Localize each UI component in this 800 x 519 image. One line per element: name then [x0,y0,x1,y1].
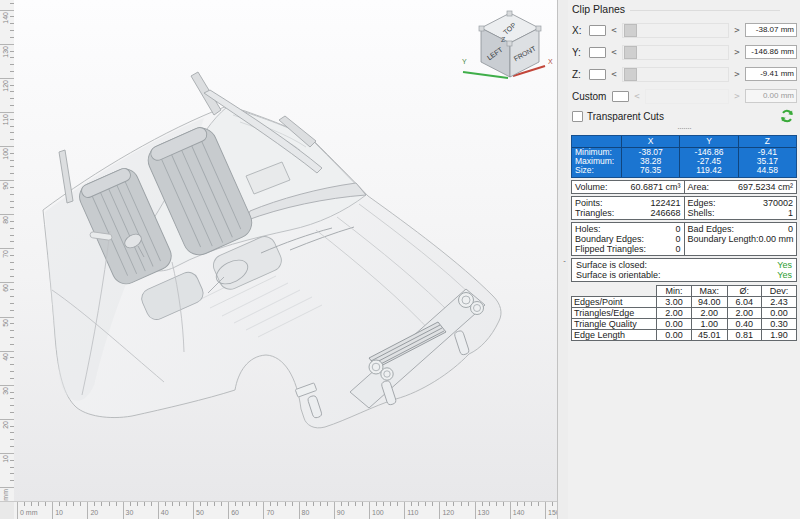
ruler-tick [362,502,363,506]
canvas-3d[interactable]: TOP LEFT FRONT Y X Z [14,0,557,501]
panel-splitter-horizontal[interactable]: ······· [568,125,800,135]
ruler-tick [94,502,95,506]
stat-line: Flipped Triangles:0 [575,244,681,254]
clip-axis-rows: X:<>-38.07 mmY:<>-146.86 mmZ:<>-9.41 mm [568,23,800,81]
splitter-handle-dots[interactable]: ······· [677,123,691,133]
clip-axis-decrement-button[interactable]: < [610,23,618,37]
ruler-label: 50 [2,319,9,327]
quality-value: 2.00 [691,308,727,319]
stat-value: 0 [675,234,680,244]
ruler-tick [38,502,39,506]
clip-axis-increment-button[interactable]: > [733,67,741,81]
ruler-tick [453,502,454,506]
ruler-tick [277,502,278,506]
ruler-tick [369,502,370,519]
stat-value: 0 [675,224,680,234]
custom-slider[interactable] [645,89,729,104]
quality-value: 1.00 [691,319,727,330]
stat-column: Volume:60.6871 cm³ [572,181,684,193]
clip-axis-value-field[interactable]: -9.41 mm [745,67,797,81]
quality-row-label: Triangle Quality [572,319,657,330]
ruler-tick [404,502,405,519]
slider-thumb[interactable] [624,68,637,81]
clip-row-x: X:<>-38.07 mm [572,23,797,37]
ruler-tick [285,502,286,506]
clip-axis-slider[interactable] [622,67,729,82]
bounds-value: 44.58 [738,166,796,177]
custom-decrement-button[interactable]: < [633,89,641,103]
ruler-tick [348,502,349,506]
ruler-tick [531,502,532,506]
ruler-label: 120 [442,509,454,516]
quality-column-header: Max: [691,286,727,297]
stat-label: Area: [688,182,710,192]
ruler-tick [172,502,173,506]
ruler-tick [270,502,271,506]
ruler-tick [552,502,553,506]
refresh-icon[interactable] [780,109,794,123]
clip-axis-increment-button[interactable]: > [733,23,741,37]
stat-line: Boundary Edges:0 [575,234,681,244]
custom-value-field[interactable]: 0.00 mm [745,89,797,103]
quality-value: 2.00 [657,308,692,319]
slider-thumb[interactable] [624,46,637,59]
ruler-tick [489,502,490,506]
clip-axis-checkbox[interactable] [589,69,606,80]
custom-checkbox[interactable] [612,91,629,102]
transparent-cuts-checkbox[interactable] [572,111,583,122]
clip-axis-slider[interactable] [622,23,729,38]
car-model: TOP LEFT FRONT Y X Z [14,0,557,501]
info-panel: Clip Planes X:<>-38.07 mmY:<>-146.86 mmZ… [568,0,800,519]
nav-cube[interactable]: TOP LEFT FRONT Y X Z [462,11,553,78]
slider-thumb[interactable] [624,24,637,37]
clip-axis-checkbox[interactable] [589,25,606,36]
ruler-tick [0,78,14,79]
clip-axis-checkbox[interactable] [589,47,606,58]
ruler-vertical: 0 mm102030405060708090100110120130140 [0,0,15,501]
ruler-tick [0,10,14,11]
quality-value: 0.81 [727,330,762,341]
ruler-tick [292,502,293,506]
stat-value: 370002 [763,198,793,208]
ruler-tick [214,502,215,506]
stat-line: Volume:60.6871 cm³ [575,182,681,192]
custom-increment-button[interactable]: > [733,89,741,103]
ruler-tick [376,502,377,506]
ruler-label: 10 [55,509,63,516]
stat-column: Holes:0Boundary Edges:0Flipped Triangles… [572,223,684,255]
quality-value: 2.43 [762,297,797,308]
ruler-tick [439,502,440,519]
ruler-tick [221,502,222,506]
ruler-tick [545,502,546,519]
clip-axis-value-field[interactable]: -146.86 mm [745,45,797,59]
stat-column: Bad Edges:0Boundary Length:0.00 mm [684,223,797,255]
surface-value: Yes [777,270,792,280]
stat-line: Edges:370002 [688,198,794,208]
quality-value: 94.00 [691,297,727,308]
clip-axis-increment-button[interactable]: > [733,45,741,59]
ruler-tick [390,502,391,506]
quality-row: Triangles/Edge2.002.002.000.00 [572,308,797,319]
stat-line: Holes:0 [575,224,681,234]
ruler-label: 40 [2,353,9,361]
ruler-tick [397,502,398,506]
ruler-tick [0,44,14,45]
ruler-tick [116,502,117,506]
quality-value: 2.00 [727,308,762,319]
clip-axis-value-field[interactable]: -38.07 mm [745,23,797,37]
ruler-tick [45,502,46,506]
ruler-label: 140 [513,509,525,516]
clip-axis-decrement-button[interactable]: < [610,45,618,59]
quality-row-label: Edges/Point [572,297,657,308]
clip-axis-decrement-button[interactable]: < [610,67,618,81]
quality-column-header: Min: [657,286,692,297]
quality-row-label: Edge Length [572,330,657,341]
ruler-label: 110 [2,114,9,125]
clip-axis-slider[interactable] [622,45,729,60]
clip-row-y: Y:<>-146.86 mm [572,45,797,59]
surface-box: Surface is closed:YesSurface is orientab… [571,258,797,282]
ruler-tick [461,502,462,506]
ruler-tick [207,502,208,506]
ruler-tick [0,112,14,113]
clip-axis-label: Z: [572,69,585,80]
